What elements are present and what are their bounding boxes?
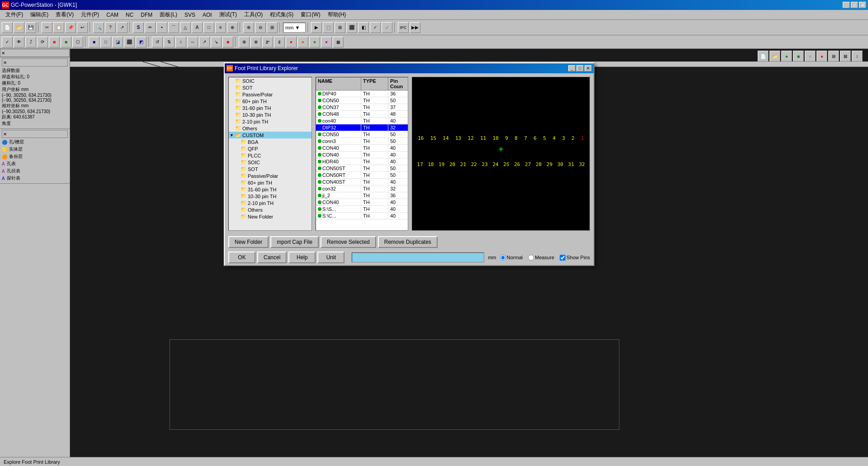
poly-btn[interactable]: △ [180,22,191,33]
fill-btn[interactable]: ≡ [215,22,226,33]
dialog-maximize[interactable]: □ [576,65,584,71]
menu-nc[interactable]: NC [122,11,137,19]
canvas-tb-1[interactable]: 📄 [758,51,769,62]
tree-item-bga[interactable]: 📁 BGA [229,138,311,145]
t2-rc3[interactable]: ● [309,37,320,48]
t2-n1[interactable]: 2¹ [262,37,273,48]
menu-help[interactable]: 帮助(H) [324,10,350,19]
canvas-tb-4[interactable]: ■ [793,51,804,62]
tree-item-2pin2[interactable]: 📁 2-10 pin TH [229,200,311,206]
menu-view[interactable]: 查看(V) [52,10,77,19]
menu-dfm[interactable]: DFM [137,11,156,19]
t2-btn1[interactable]: ⤴ [25,37,36,48]
t2-rc2[interactable]: ● [297,37,308,48]
remove-selected-button[interactable]: Remove Selected [321,236,376,248]
canvas-tb-9[interactable]: ↕ [852,51,863,62]
t2-b1[interactable]: ↺ [152,37,163,48]
menu-component[interactable]: 元件(P) [77,10,103,19]
layer-item-1[interactable]: 🟡 实体层 [2,146,68,152]
fit-btn[interactable]: ⊞ [267,22,278,33]
left-panel-close3[interactable]: ✕ [3,132,7,137]
s-btn[interactable]: S [133,22,144,33]
t2-btn4[interactable]: ■ [61,37,71,48]
import-cap-button[interactable]: mport Cap File [270,236,319,248]
dialog-close[interactable]: ✕ [585,65,592,71]
menu-panel[interactable]: 面板(L) [156,10,181,19]
t2-b4[interactable]: ↔ [187,37,198,48]
t2-btn2[interactable]: ⟳ [37,37,48,48]
list-row-0[interactable]: DIP40 TH 36 [316,90,408,97]
t2-btn5[interactable]: ⬡ [72,37,83,48]
tree-item-passive[interactable]: 📁 Passive/Polar [229,91,311,98]
list-row-12[interactable]: CON50RT TH 50 [316,172,408,179]
left-panel-close2[interactable]: ✕ [3,60,7,65]
canvas-tb-6[interactable]: ● [816,51,827,62]
comp-btn[interactable]: ◧ [358,22,369,33]
menu-file[interactable]: 文件(F) [2,10,27,19]
help-button[interactable]: Help [288,252,316,263]
t2-b6[interactable]: ↘ [211,37,222,48]
search-input[interactable] [352,252,484,262]
list-row-17[interactable]: S:\S... TH 40 [316,206,408,213]
canvas-tb-2[interactable]: 📂 [769,51,780,62]
tree-item-others[interactable]: 📁 Others [229,125,311,132]
component-list[interactable]: NAME TYPE Pin Coun DIP40 TH 36 CON50 TH … [316,77,408,231]
ptr-btn[interactable]: ↗ [117,22,127,33]
library-tree[interactable]: 📁 SOIC 📁 SOT 📁 Passive/Polar [228,77,312,231]
list-row-3[interactable]: CON48 TH 48 [316,111,408,118]
list-row-1[interactable]: CON50 TH 50 [316,97,408,104]
canvas-tb-3[interactable]: ● [781,51,792,62]
list-row-18[interactable]: S:\C... TH 40 [316,213,408,219]
list-row-2[interactable]: CON37 TH 37 [316,104,408,111]
tree-item-31pin[interactable]: 📁 31-60 pin TH [229,105,311,111]
menu-aoi[interactable]: AOI [199,11,216,19]
zoom-out-btn[interactable]: ⊖ [255,22,266,33]
layer-item-4[interactable]: A 孔径表 [2,168,68,174]
copy-btn[interactable]: 📋 [53,22,64,33]
canvas-tb-7[interactable]: ⊞ [828,51,839,62]
t2-sq5[interactable]: ◩ [136,37,146,48]
measure-radio-label[interactable]: Measure [528,255,554,261]
t2-btn3[interactable]: ■ [49,37,60,48]
menu-edit[interactable]: 编辑(E) [27,10,52,19]
menu-window[interactable]: 窗口(W) [297,10,324,19]
cursor-btn[interactable]: ▶ [311,22,322,33]
layer-item-3[interactable]: A 孔表 [2,161,68,167]
showpins-checkbox[interactable] [560,255,566,261]
layer-btn[interactable]: ⬛ [346,22,357,33]
t2-c2[interactable]: ⊗ [250,37,261,48]
t2-rc4[interactable]: ● [321,37,332,48]
minimize-button[interactable]: _ [843,2,850,8]
tree-item-10pin[interactable]: 📁 10-30 pin TH [229,111,311,118]
check-btn[interactable]: ✓ [2,37,13,48]
eye-btn[interactable]: 👁 [14,37,24,48]
t2-rc1[interactable]: ● [286,37,297,48]
list-row-10[interactable]: HDR40 TH 40 [316,158,408,165]
tree-item-custom[interactable]: ▼ 📂 CUSTOM [229,132,311,138]
dialog-minimize[interactable]: _ [568,65,576,71]
tree-item-10pin2[interactable]: 📁 10-30 pin TH [229,193,311,200]
dot-btn[interactable]: • [156,22,167,33]
normal-radio[interactable] [500,255,506,261]
menu-programs[interactable]: 程式集(S) [266,10,297,19]
list-row-8[interactable]: CON40 TH 40 [316,145,408,152]
help-btn[interactable]: ? [105,22,116,33]
close-button[interactable]: ✕ [859,2,866,8]
left-panel-close1[interactable]: ✕ [1,51,5,56]
route-btn[interactable]: ⟋ [382,22,392,33]
layer-item-2[interactable]: 🟠 备份层 [2,153,68,160]
region-btn[interactable]: ⊕ [227,22,238,33]
remove-duplicates-button[interactable]: Remove Duplicates [378,236,438,248]
menu-cam[interactable]: CAM [103,11,122,19]
drc-btn[interactable]: ✓ [370,22,381,33]
cancel-button[interactable]: Cancel [257,252,287,263]
tree-item-passive2[interactable]: 📁 Passive/Polar [229,172,311,179]
showpins-check-label[interactable]: Show Pins [560,255,590,261]
t2-sq3[interactable]: ◪ [112,37,123,48]
t2-b5[interactable]: ↗ [199,37,210,48]
t2-sq1[interactable]: ■ [89,37,99,48]
menu-tools[interactable]: 工具(O) [241,10,266,19]
save-btn[interactable]: 💾 [25,22,36,33]
list-row-11[interactable]: CON50ST TH 50 [316,165,408,172]
more-btn[interactable]: ▶▶ [410,22,420,33]
